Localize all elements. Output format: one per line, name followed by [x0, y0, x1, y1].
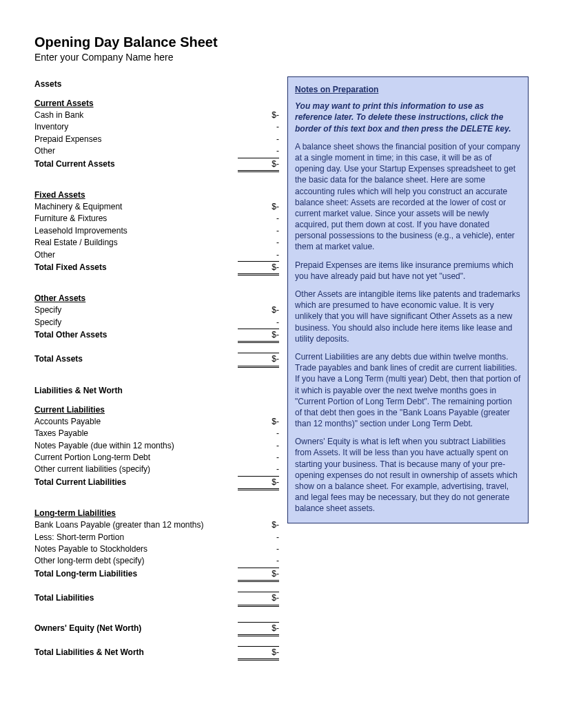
total-longterm-liabilities: Total Long-term Liabilities$- — [34, 568, 279, 582]
liabilities-heading: Liabilities & Net Worth — [34, 386, 279, 395]
assets-heading: Assets — [34, 79, 279, 89]
line-item: Specify- — [34, 317, 279, 329]
current-assets-heading: Current Assets — [34, 98, 279, 108]
notes-paragraph: Trade payables and bank lines of credit … — [295, 362, 521, 429]
line-item: Furniture & Fixtures- — [34, 213, 279, 225]
line-item: Other current liabilities (specify)- — [34, 464, 279, 476]
notes-paragraph: A balance sheet shows the financial posi… — [295, 141, 521, 253]
line-item: Current Portion Long-term Debt- — [34, 452, 279, 464]
company-name-placeholder[interactable]: Enter your Company Name here — [34, 52, 539, 63]
fixed-assets-heading: Fixed Assets — [34, 190, 279, 200]
balance-sheet-column: Assets Current Assets Cash in Bank$- Inv… — [34, 76, 279, 661]
notes-paragraph: Owners' Equity is what is left when you … — [295, 436, 521, 514]
line-item: Bank Loans Payable (greater than 12 mont… — [34, 519, 279, 531]
owners-equity: Owners' Equity (Net Worth)$- — [34, 622, 279, 636]
current-liabilities-heading: Current Liabilities — [34, 405, 279, 415]
line-item: Less: Short-term Portion- — [34, 532, 279, 543]
notes-title: Notes on Preparation — [295, 84, 521, 95]
total-fixed-assets: Total Fixed Assets$- — [34, 262, 279, 275]
line-item: Prepaid Expenses- — [34, 134, 279, 145]
notes-intro: You may want to print this information t… — [295, 101, 521, 134]
total-other-assets: Total Other Assets$- — [34, 329, 279, 343]
page-title: Opening Day Balance Sheet — [34, 34, 539, 50]
line-item: Specify$- — [34, 304, 279, 316]
total-liabilities-net-worth: Total Liabilities & Net Worth$- — [34, 646, 279, 661]
line-item: Machinery & Equipment$- — [34, 201, 279, 213]
notes-paragraph: Current Liabilities are any debts due wi… — [295, 351, 521, 362]
notes-paragraph: Prepaid Expenses are items like insuranc… — [295, 260, 521, 282]
longterm-liabilities-heading: Long-term Liabilities — [34, 508, 279, 518]
line-item: Notes Payable to Stockholders- — [34, 543, 279, 555]
line-item: Notes Payable (due within 12 months)- — [34, 440, 279, 452]
line-item: Inventory- — [34, 121, 279, 133]
total-current-liabilities: Total Current Liabilities$- — [34, 477, 279, 490]
notes-paragraph: Other Assets are intangible items like p… — [295, 289, 521, 344]
other-assets-heading: Other Assets — [34, 293, 279, 303]
total-liabilities: Total Liabilities$- — [34, 592, 279, 606]
line-item: Other- — [34, 145, 279, 158]
line-item: Accounts Payable$- — [34, 416, 279, 428]
total-assets: Total Assets$- — [34, 353, 279, 367]
line-item: Other long-term debt (specify)- — [34, 555, 279, 568]
total-current-assets: Total Current Assets$- — [34, 158, 279, 172]
line-item: Taxes Payable- — [34, 428, 279, 439]
line-item: Cash in Bank$- — [34, 110, 279, 121]
notes-box[interactable]: Notes on Preparation You may want to pri… — [287, 76, 529, 523]
line-item: Leasehold Improvements- — [34, 225, 279, 237]
line-item: Real Estate / Buildings- — [34, 237, 279, 249]
line-item: Other- — [34, 249, 279, 262]
